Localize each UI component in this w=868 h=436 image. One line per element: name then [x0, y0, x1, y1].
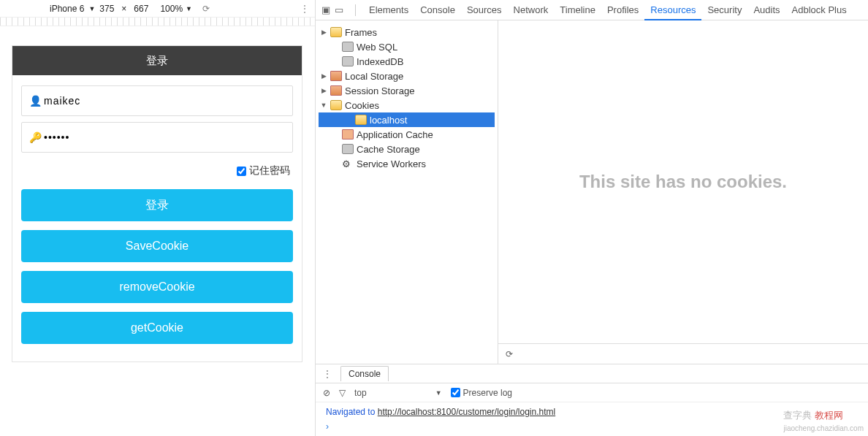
username-input[interactable]	[44, 95, 285, 107]
resources-tree: ▶Frames Web SQL IndexedDB ▶Local Storage…	[316, 20, 498, 364]
appcache-icon	[342, 129, 354, 139]
app-header: 登录	[12, 46, 302, 75]
kebab-icon[interactable]: ⋮	[323, 369, 332, 379]
tab-sources[interactable]: Sources	[461, 0, 508, 20]
database-icon	[342, 42, 354, 52]
key-icon: 🔑	[29, 131, 39, 143]
scope-selector[interactable]: top ▼	[354, 388, 442, 398]
database-icon	[342, 56, 354, 66]
save-cookie-button[interactable]: SaveCookie	[21, 230, 293, 262]
chevron-down-icon: ▼	[435, 389, 442, 397]
device-mode-icon[interactable]: ▭	[335, 4, 343, 15]
console-drawer-tab[interactable]: Console	[340, 366, 389, 381]
device-height[interactable]: 667	[134, 4, 148, 14]
login-button[interactable]: 登录	[21, 189, 293, 221]
watermark: 查字典 教程网 jiaocheng.chazidian.com	[783, 409, 864, 433]
password-row[interactable]: 🔑	[21, 122, 293, 153]
password-input[interactable]	[44, 131, 285, 143]
tab-resources[interactable]: Resources	[644, 0, 701, 20]
tree-indexeddb[interactable]: IndexedDB	[319, 54, 495, 69]
user-icon: 👤	[29, 95, 39, 107]
storage-icon	[330, 71, 342, 81]
device-width[interactable]: 375	[99, 4, 114, 14]
remove-cookie-button[interactable]: removeCookie	[21, 271, 293, 303]
database-icon	[342, 144, 354, 154]
tree-cookies[interactable]: ▼Cookies	[319, 98, 495, 112]
tree-frames[interactable]: ▶Frames	[319, 25, 495, 39]
tab-adblock[interactable]: Adblock Plus	[786, 0, 853, 20]
tab-audits[interactable]: Audits	[747, 0, 785, 20]
device-toolbar: iPhone 6 ▼ 375 × 667 100% ▼ ⟳ ⋮	[0, 0, 315, 18]
preserve-log-checkbox[interactable]	[451, 388, 460, 397]
no-cookies-message: This site has no cookies.	[498, 20, 868, 343]
refresh-icon[interactable]: ⟳	[506, 349, 513, 359]
cookie-icon	[355, 115, 367, 125]
tab-network[interactable]: Network	[508, 0, 555, 20]
chevron-down-icon: ▼	[88, 5, 95, 12]
clear-console-icon[interactable]: ⊘	[323, 388, 330, 398]
tree-cookies-localhost[interactable]: localhost	[319, 112, 495, 127]
storage-icon	[330, 85, 342, 96]
preserve-log[interactable]: Preserve log	[451, 388, 512, 398]
device-frame: 登录 👤 🔑 记住密码 登录 SaveCookie removeCookie g…	[12, 45, 302, 362]
gear-icon	[342, 158, 354, 169]
filter-icon[interactable]: ▽	[339, 388, 346, 398]
devtools-tab-bar: ▣ ▭ Elements Console Sources Network Tim…	[316, 0, 868, 20]
inspect-icon[interactable]: ▣	[321, 4, 330, 15]
remember-label: 记住密码	[249, 164, 290, 177]
detail-toolbar: ⟳	[498, 343, 868, 364]
tree-appcache[interactable]: Application Cache	[319, 127, 495, 142]
device-name: iPhone 6	[50, 4, 84, 14]
kebab-icon[interactable]: ⋮	[300, 4, 309, 14]
tab-security[interactable]: Security	[701, 0, 747, 20]
dimension-x: ×	[121, 4, 126, 14]
nav-label: Navigated to	[326, 407, 378, 417]
nav-url[interactable]: http://localhost:8100/customer/login/log…	[378, 407, 555, 417]
ruler	[0, 18, 315, 26]
tree-sessionstorage[interactable]: ▶Session Storage	[319, 83, 495, 98]
rotate-icon[interactable]: ⟳	[202, 4, 210, 14]
tree-localstorage[interactable]: ▶Local Storage	[319, 69, 495, 83]
tree-websql[interactable]: Web SQL	[319, 39, 495, 54]
tab-console[interactable]: Console	[414, 0, 461, 20]
remember-checkbox[interactable]	[237, 167, 246, 176]
zoom-value: 100%	[160, 4, 183, 14]
cookie-icon	[330, 100, 342, 110]
tab-profiles[interactable]: Profiles	[601, 0, 644, 20]
chevron-down-icon: ▼	[186, 5, 192, 12]
device-selector[interactable]: iPhone 6 ▼	[50, 4, 95, 14]
tree-serviceworkers[interactable]: Service Workers	[319, 156, 495, 171]
zoom-selector[interactable]: 100% ▼	[160, 4, 192, 14]
tab-timeline[interactable]: Timeline	[554, 0, 601, 20]
console-prompt[interactable]: ›	[326, 421, 858, 432]
console-message: Navigated to http://localhost:8100/custo…	[326, 407, 858, 417]
tab-elements[interactable]: Elements	[363, 0, 414, 20]
get-cookie-button[interactable]: getCookie	[21, 312, 293, 344]
username-row[interactable]: 👤	[21, 85, 293, 116]
folder-icon	[330, 27, 342, 37]
tree-cachestorage[interactable]: Cache Storage	[319, 142, 495, 156]
